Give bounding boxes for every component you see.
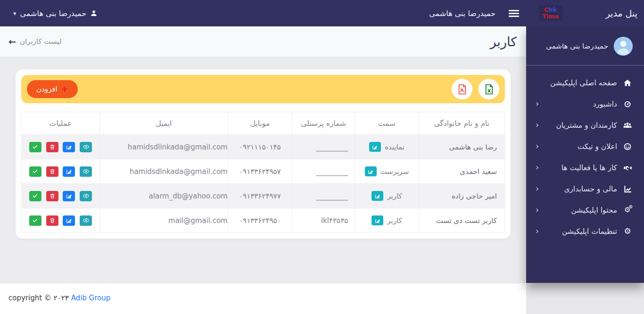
profile-name: حمیدرضا بنی هاشمی [546, 42, 608, 50]
company-link[interactable]: Adib Group [71, 294, 111, 302]
cell-operations [22, 184, 100, 208]
cell-mobile: ۰۹۱۳۳۶۲۴۹۷۷ [228, 184, 292, 208]
avatar [614, 37, 633, 56]
view-button[interactable] [80, 142, 92, 152]
approve-button[interactable] [29, 215, 41, 226]
check-icon [32, 169, 38, 174]
cell-fullname: امیر حاجی زاده [419, 184, 504, 208]
hamburger-menu-icon[interactable] [509, 10, 519, 17]
chevron-left-icon: ‹ [536, 163, 539, 173]
cell-personnel-number: _________ [292, 135, 355, 159]
cell-personnel-number: _________ [292, 159, 355, 184]
col-email: ایمیل [100, 112, 228, 135]
sidebar-item-tickets[interactable]: اعلان و تیکت ‹ [526, 136, 644, 157]
content-area: + افزودن نام و نام خانوادگی سمت شماره پر… [0, 57, 526, 283]
position-label: سرپرست [380, 167, 409, 176]
cell-mobile: ۰۹۱۳۳۶۲۴۹۵۷ [228, 159, 292, 184]
col-mobile: موبایل [228, 112, 292, 135]
sidebar-item-employees[interactable]: کارمندان و مشتریان ‹ [526, 115, 644, 136]
eye-icon [83, 193, 90, 199]
edit-icon [66, 168, 72, 174]
chart-line-icon [622, 185, 633, 193]
edit-button[interactable] [63, 215, 75, 226]
check-icon [32, 218, 38, 223]
user-dropdown-toggle[interactable]: حمیدرضا بنی هاشمی ▾ [7, 9, 98, 18]
sidebar-item-dashboard[interactable]: داشبورد ‹ [526, 93, 644, 115]
delete-button[interactable] [46, 166, 58, 177]
edit-position-badge[interactable] [372, 215, 383, 225]
cell-mobile: ۰۹۲۱۱۱۵۰۱۴۵ [228, 135, 292, 159]
excel-export-button[interactable] [479, 79, 499, 99]
view-button[interactable] [80, 191, 92, 201]
edit-button[interactable] [63, 142, 75, 152]
divider [526, 65, 644, 66]
view-button[interactable] [80, 166, 92, 177]
table-row: کاربر تست دی تست کاربر lkl۴۳۵۳۵ ۰۹۱۳۳۶۲۴… [22, 208, 505, 233]
edit-button[interactable] [63, 191, 75, 201]
sidebar-item-content[interactable]: ⚙⚙ محتوا اپلیکیشن ‹ [526, 199, 644, 221]
cell-position: نماینده [355, 135, 419, 159]
eye-icon [83, 168, 90, 174]
edit-position-badge[interactable] [365, 166, 377, 176]
edit-icon [66, 217, 72, 223]
eye-icon [83, 144, 90, 150]
col-fullname: نام و نام خانوادگی [419, 112, 504, 135]
approve-button[interactable] [29, 191, 41, 201]
pdf-file-icon [456, 83, 468, 95]
user-icon [90, 9, 98, 17]
smiley-icon [622, 142, 633, 151]
add-user-button[interactable]: + افزودن [27, 80, 78, 98]
sidebar-menu: صفحه اصلی اپلیکیشن داشبورد ‹ کارمندان و … [526, 72, 644, 242]
toolbar-band: + افزودن [21, 75, 505, 103]
check-icon [32, 193, 38, 198]
approve-button[interactable] [29, 166, 41, 177]
chevron-left-icon: ‹ [536, 184, 539, 194]
eye-icon [83, 217, 90, 223]
table-row: سعید احمدی سرپرست _________ ۰۹۱۳۳۶۲۴۹۵۷ … [22, 159, 505, 184]
dashboard-icon [622, 100, 633, 108]
edit-button[interactable] [63, 166, 75, 177]
col-personnel-number: شماره پرسنلی [292, 112, 355, 135]
footer: copyright © ۲۰۲۳ Adib Group [0, 283, 526, 314]
gear-icon: ⚙ [622, 227, 633, 235]
edit-icon [66, 193, 72, 199]
delete-button[interactable] [46, 142, 58, 152]
sidebar-item-settings[interactable]: ⚙ تنظیمات اپلیکیشن ‹ [526, 221, 644, 242]
table-row: رضا بنی هاشمی نماینده _________ ۰۹۲۱۱۱۵۰… [22, 135, 505, 159]
delete-button[interactable] [46, 191, 58, 201]
users-table: نام و نام خانوادگی سمت شماره پرسنلی موبا… [21, 112, 505, 233]
cell-mobile: ۰۹۱۳۳۶۲۴۹۵۰ [228, 208, 292, 233]
edit-position-badge[interactable] [372, 191, 383, 201]
page-title: کاربر [490, 34, 517, 49]
panel-title: پنل مدیر [606, 8, 637, 18]
cell-fullname: رضا بنی هاشمی [419, 135, 504, 159]
cell-email: hamidsdlnkada@gmail.com [100, 159, 228, 184]
app-logo[interactable]: Chk Time [539, 5, 562, 21]
chevron-down-icon: ▾ [13, 10, 17, 17]
logo-line2: Time [542, 13, 559, 20]
sidebar-item-home[interactable]: صفحه اصلی اپلیکیشن [526, 72, 644, 93]
cell-position: سرپرست [355, 159, 419, 184]
view-button[interactable] [80, 215, 92, 226]
sidebar-item-tasks[interactable]: کار ها یا فعالیت ها ‹ [526, 157, 644, 178]
cell-fullname: سعید احمدی [419, 159, 504, 184]
cell-position: کاربر [355, 184, 419, 208]
edit-icon [372, 144, 378, 150]
navbar-user-name[interactable]: حمیدرضا بنی هاشمی [429, 9, 495, 18]
chevron-left-icon: ‹ [536, 142, 539, 151]
back-to-users-list-link[interactable]: لیست کاربران ← [8, 36, 62, 47]
delete-button[interactable] [46, 215, 58, 226]
trash-icon [50, 168, 55, 174]
edit-position-badge[interactable] [369, 142, 381, 152]
cell-personnel-number: lkl۴۳۵۳۵ [292, 208, 355, 233]
col-operations: عملیات [22, 112, 100, 135]
approve-button[interactable] [29, 142, 41, 152]
cogs-icon: ⚙⚙ [622, 207, 633, 214]
check-icon [32, 144, 38, 149]
plus-icon: + [61, 85, 68, 93]
cell-email: mail@gmail.com [100, 208, 228, 233]
pdf-export-button[interactable] [452, 79, 472, 99]
sidebar-item-finance[interactable]: مالی و حسابداری ‹ [526, 178, 644, 199]
sidebar-profile: حمیدرضا بنی هاشمی [526, 26, 644, 65]
trash-icon [50, 144, 55, 150]
